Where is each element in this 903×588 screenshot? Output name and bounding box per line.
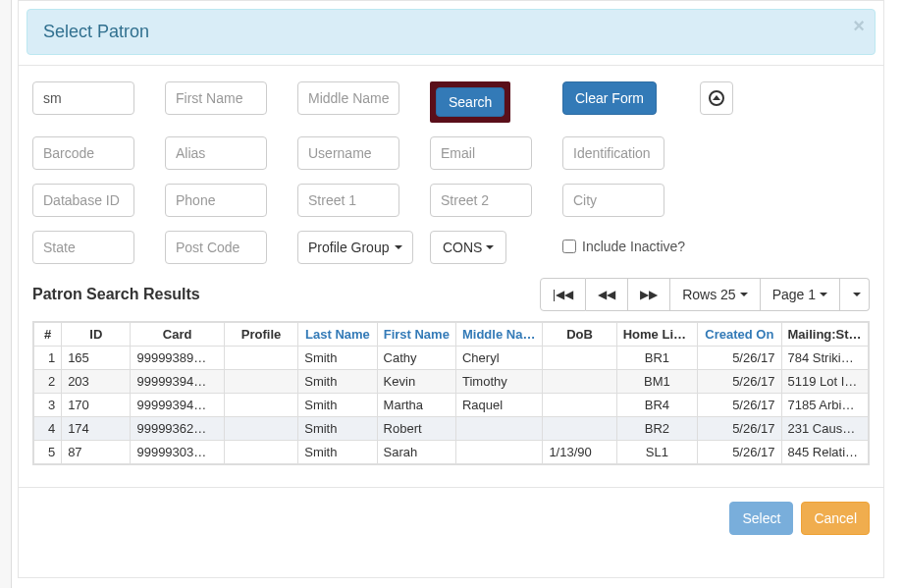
col-mailing[interactable]: Mailing:Street1 bbox=[781, 323, 869, 347]
username-input[interactable] bbox=[297, 136, 399, 170]
table-cell: 87 bbox=[62, 441, 131, 464]
table-cell: Sarah bbox=[377, 441, 455, 464]
col-home-library[interactable]: Home Library bbox=[616, 323, 697, 347]
cancel-button[interactable]: Cancel bbox=[801, 502, 870, 535]
first-name-input[interactable] bbox=[165, 81, 267, 115]
col-dob[interactable]: DoB bbox=[543, 323, 616, 347]
include-inactive-checkbox[interactable] bbox=[562, 240, 576, 253]
table-cell: 4 bbox=[34, 417, 62, 441]
rows-per-page-dropdown[interactable]: Rows 25 bbox=[670, 278, 760, 311]
table-cell: 99999303… bbox=[131, 441, 224, 464]
last-name-input[interactable] bbox=[32, 81, 134, 115]
table-cell bbox=[455, 417, 542, 441]
table-cell: 165 bbox=[62, 347, 131, 370]
prev-page-icon: ◀◀ bbox=[598, 289, 615, 300]
table-cell: 5 bbox=[34, 441, 62, 464]
col-num[interactable]: # bbox=[34, 323, 62, 347]
caret-down-icon bbox=[395, 245, 402, 249]
profile-group-dropdown[interactable]: Profile Group bbox=[297, 231, 413, 264]
table-cell: Smith bbox=[298, 347, 377, 370]
table-cell: 99999362… bbox=[131, 417, 224, 441]
pager-next-button[interactable]: ▶▶ bbox=[628, 278, 670, 311]
identification-input[interactable] bbox=[562, 136, 664, 170]
grid-settings-dropdown[interactable] bbox=[840, 278, 870, 311]
table-cell bbox=[224, 417, 297, 441]
table-cell bbox=[224, 394, 297, 417]
city-input[interactable] bbox=[562, 184, 664, 217]
table-row[interactable]: 220399999394…SmithKevinTimothyBM15/26/17… bbox=[34, 370, 869, 394]
col-card[interactable]: Card bbox=[131, 323, 224, 347]
street2-input[interactable] bbox=[430, 184, 532, 217]
search-button[interactable]: Search bbox=[436, 87, 505, 117]
org-label: CONS bbox=[443, 240, 482, 255]
street1-input[interactable] bbox=[297, 184, 399, 217]
col-middle-name[interactable]: Middle Name bbox=[455, 323, 542, 347]
col-last-name[interactable]: Last Name bbox=[298, 323, 377, 347]
page-label: Page 1 bbox=[772, 287, 816, 302]
table-cell: Smith bbox=[298, 441, 377, 464]
pager-first-button[interactable]: |◀◀ bbox=[540, 278, 586, 311]
state-input[interactable] bbox=[32, 231, 134, 264]
select-button[interactable]: Select bbox=[729, 502, 793, 535]
table-cell: 1/13/90 bbox=[543, 441, 616, 464]
table-cell: 7185 Arbi… bbox=[781, 394, 869, 417]
table-row[interactable]: 58799999303…SmithSarah1/13/90SL15/26/178… bbox=[34, 441, 869, 464]
table-cell: 5/26/17 bbox=[698, 370, 781, 394]
col-first-name[interactable]: First Name bbox=[377, 323, 455, 347]
table-cell: Smith bbox=[298, 394, 377, 417]
barcode-input[interactable] bbox=[32, 136, 134, 170]
table-cell bbox=[543, 347, 616, 370]
close-icon[interactable]: × bbox=[853, 16, 865, 35]
table-cell: SL1 bbox=[616, 441, 697, 464]
table-cell: Cathy bbox=[377, 347, 455, 370]
table-cell: 231 Caus… bbox=[781, 417, 869, 441]
select-patron-modal: Select Patron × Search Clear Form bbox=[18, 0, 884, 578]
table-row[interactable]: 417499999362…SmithRobertBR25/26/17231 Ca… bbox=[34, 417, 869, 441]
arrow-up-circle-icon bbox=[709, 90, 724, 106]
table-cell bbox=[224, 441, 297, 464]
table-cell bbox=[543, 417, 616, 441]
table-cell: Smith bbox=[298, 417, 377, 441]
table-cell: BM1 bbox=[616, 370, 697, 394]
caret-down-icon bbox=[853, 293, 861, 296]
org-dropdown[interactable]: CONS bbox=[430, 231, 506, 264]
table-cell: 99999389… bbox=[131, 347, 224, 370]
modal-footer: Select Cancel bbox=[19, 487, 883, 549]
database-id-input[interactable] bbox=[32, 184, 134, 217]
table-cell: 5/26/17 bbox=[698, 417, 781, 441]
table-cell: 784 Striki… bbox=[781, 347, 869, 370]
col-profile[interactable]: Profile bbox=[224, 323, 297, 347]
table-cell bbox=[543, 394, 616, 417]
pager: |◀◀ ◀◀ ▶▶ Rows 25 Page 1 bbox=[540, 278, 870, 311]
table-cell: 174 bbox=[62, 417, 131, 441]
collapse-toggle-button[interactable] bbox=[700, 81, 733, 115]
middle-name-input[interactable] bbox=[297, 81, 399, 115]
table-cell: BR2 bbox=[616, 417, 697, 441]
col-created-on[interactable]: Created On bbox=[698, 323, 781, 347]
pager-prev-button[interactable]: ◀◀ bbox=[586, 278, 628, 311]
table-cell: Martha bbox=[377, 394, 455, 417]
col-id[interactable]: ID bbox=[62, 323, 131, 347]
table-cell: 99999394… bbox=[131, 394, 224, 417]
table-row[interactable]: 116599999389…SmithCathyCherylBR15/26/177… bbox=[34, 347, 869, 370]
page-number-dropdown[interactable]: Page 1 bbox=[761, 278, 840, 311]
table-cell: 99999394… bbox=[131, 370, 224, 394]
table-row[interactable]: 317099999394…SmithMarthaRaquelBR45/26/17… bbox=[34, 394, 869, 417]
alias-input[interactable] bbox=[165, 136, 267, 170]
table-cell: 5/26/17 bbox=[698, 394, 781, 417]
post-code-input[interactable] bbox=[165, 231, 267, 264]
modal-title: Select Patron bbox=[43, 22, 149, 41]
email-input[interactable] bbox=[430, 136, 532, 170]
modal-header: Select Patron × bbox=[27, 9, 876, 55]
table-cell: 5/26/17 bbox=[698, 441, 781, 464]
results-table: # ID Card Profile Last Name First Name M… bbox=[33, 322, 869, 464]
caret-down-icon bbox=[486, 245, 494, 249]
table-cell: 845 Relati… bbox=[781, 441, 869, 464]
table-cell: 2 bbox=[34, 370, 62, 394]
clear-form-button[interactable]: Clear Form bbox=[562, 81, 657, 115]
table-cell bbox=[224, 370, 297, 394]
table-cell: Smith bbox=[298, 370, 377, 394]
table-cell: 170 bbox=[62, 394, 131, 417]
phone-input[interactable] bbox=[165, 184, 267, 217]
table-cell: 3 bbox=[34, 394, 62, 417]
